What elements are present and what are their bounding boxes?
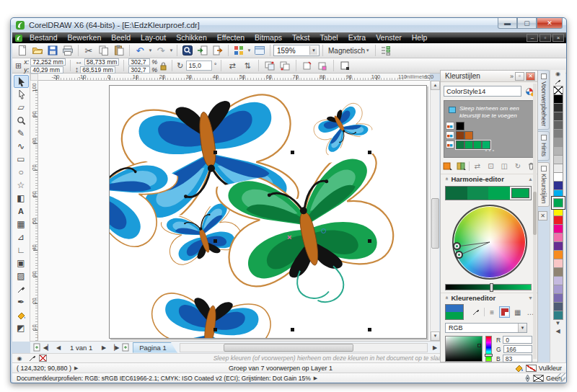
- rectangle-tool[interactable]: ▭: [14, 153, 29, 166]
- paste-button[interactable]: [112, 44, 126, 57]
- object-y-input[interactable]: 40,29 mm: [30, 66, 63, 74]
- polygon-tool[interactable]: ☆: [14, 179, 29, 192]
- pick-tool[interactable]: [14, 75, 29, 88]
- trim-button[interactable]: [301, 60, 314, 72]
- color-harmony-wheel[interactable]: [452, 205, 527, 280]
- convert-to-curves-button[interactable]: [338, 60, 351, 72]
- open-button[interactable]: [30, 44, 45, 57]
- page-tab[interactable]: Pagina 1: [133, 342, 177, 353]
- hue-strip[interactable]: [485, 336, 492, 362]
- selection-handle[interactable]: [291, 151, 294, 154]
- docker-tabs-close-button[interactable]: ✕: [538, 211, 547, 220]
- color-style-swatch[interactable]: [464, 141, 473, 149]
- menu-beeld[interactable]: Beeld: [106, 32, 136, 43]
- smart-drawing-tool[interactable]: ∿: [14, 140, 29, 153]
- color-style-row[interactable]: [444, 121, 535, 130]
- scale-y-input[interactable]: 302,7: [128, 66, 150, 74]
- menu-schikken[interactable]: Schikken: [171, 32, 212, 43]
- style-name-input[interactable]: ColorStyle14: [444, 86, 521, 97]
- object-x-input[interactable]: 72,252 mm: [30, 58, 66, 66]
- scale-x-input[interactable]: 302,7: [128, 58, 150, 66]
- editor-eyedropper-button[interactable]: [471, 306, 482, 318]
- palette-swatch[interactable]: [553, 311, 563, 320]
- export-button[interactable]: [211, 44, 225, 57]
- doc-palette-flyout-button[interactable]: ◉: [14, 353, 25, 363]
- outline-color-swatch[interactable]: [533, 375, 544, 382]
- outline-pen-tool[interactable]: ✒: [14, 295, 29, 308]
- import-button[interactable]: [195, 44, 210, 57]
- color-style-swatch[interactable]: [456, 122, 464, 130]
- new-document-button[interactable]: [15, 44, 30, 57]
- fill-color-swatch[interactable]: [526, 365, 537, 372]
- crop-tool[interactable]: ▱: [14, 101, 29, 114]
- menu-help[interactable]: Help: [407, 32, 433, 43]
- basic-shapes-tool[interactable]: ◧: [14, 192, 29, 205]
- ruler-origin-button[interactable]: [30, 74, 38, 81]
- new-harmony-button[interactable]: [456, 161, 468, 172]
- channel-value-input[interactable]: 166: [503, 345, 532, 353]
- next-page-button[interactable]: ▶: [99, 342, 109, 352]
- chevron-down-icon[interactable]: ▼: [309, 46, 317, 55]
- doc-palette-no-color-swatch[interactable]: [39, 355, 47, 362]
- close-button[interactable]: ✕: [537, 18, 563, 29]
- color-model-select[interactable]: RGB ▼: [445, 323, 527, 333]
- palette-scroll-down-button[interactable]: ▼: [553, 320, 563, 328]
- selection-handle[interactable]: [213, 328, 217, 331]
- color-sliders-button[interactable]: ≡: [487, 306, 498, 318]
- redo-button-dropdown[interactable]: ▼: [169, 44, 174, 57]
- color-viewers-button[interactable]: [499, 306, 510, 318]
- menu-extra[interactable]: Extra: [343, 32, 371, 43]
- blend-tool[interactable]: ▣: [14, 257, 29, 270]
- vertical-scroll-thumb[interactable]: [431, 198, 439, 249]
- butterfly-blue-small[interactable]: [301, 88, 376, 158]
- palette-pin-button[interactable]: ◉: [553, 71, 563, 79]
- harmony-color-segment[interactable]: [510, 187, 532, 200]
- saturation-brightness-square[interactable]: [445, 336, 483, 362]
- object-width-input[interactable]: 58,733 mm: [84, 58, 120, 66]
- interactive-fill-tool[interactable]: ◩: [14, 321, 29, 334]
- mirror-horizontal-button[interactable]: ⇄: [226, 60, 239, 72]
- selection-handle[interactable]: [368, 328, 371, 331]
- docker-tab-hints[interactable]: Hints: [538, 131, 550, 160]
- menu-layout[interactable]: Lay-out: [136, 32, 171, 43]
- snap-to-select[interactable]: Magnetisch▼: [326, 44, 372, 57]
- channel-value-input[interactable]: 83: [503, 355, 532, 362]
- maximize-button[interactable]: ▢: [517, 18, 537, 29]
- harmony-gradient-bar[interactable]: [445, 186, 532, 200]
- menu-bewerken[interactable]: Bewerken: [63, 32, 107, 43]
- menu-tabel[interactable]: Tabel: [315, 32, 343, 43]
- style-drop-area[interactable]: Sleep hierheen om een kleurstijl toe te …: [444, 100, 536, 158]
- harmony-color-segment[interactable]: [467, 187, 489, 200]
- channel-value-input[interactable]: 0: [503, 336, 532, 344]
- drawing-canvas[interactable]: ×: [38, 81, 430, 341]
- menu-bitmaps[interactable]: Bitmaps: [250, 32, 287, 43]
- mirror-vertical-button[interactable]: ⇅: [241, 60, 254, 72]
- add-page-before-button[interactable]: [32, 342, 42, 352]
- first-page-button[interactable]: ◀▏: [43, 342, 53, 352]
- docker-close-button[interactable]: ✕: [526, 72, 535, 81]
- vertical-scrollbar[interactable]: ▲ ▼: [430, 81, 439, 341]
- intersect-button[interactable]: [316, 60, 329, 72]
- docker-tab-voorwerpbeheer[interactable]: Voorwerpbeheer: [538, 70, 550, 130]
- table-tool[interactable]: ▦: [14, 218, 29, 231]
- horizontal-ruler[interactable]: millimeter -20-1001020304050607080901001…: [38, 74, 430, 81]
- palette-swatch[interactable]: [553, 198, 563, 208]
- sort-styles-button[interactable]: ↻: [512, 161, 524, 172]
- color-palettes-button[interactable]: ▦: [512, 306, 523, 318]
- welcome-screen-button[interactable]: [252, 44, 267, 57]
- new-color-style-button[interactable]: [442, 161, 454, 172]
- color-eyedropper-tool[interactable]: [14, 282, 29, 295]
- title-bar[interactable]: CorelDRAW X6 (64-bits) - [E:\EdzKleurpro…: [11, 18, 566, 32]
- selection-center-mark[interactable]: ×: [287, 234, 291, 240]
- docker-tab-kleurstijlen[interactable]: Kleurstijlen: [538, 162, 550, 208]
- color-style-swatch[interactable]: [464, 131, 473, 140]
- harmony-wheel-handle[interactable]: [453, 242, 461, 250]
- print-button[interactable]: [61, 44, 75, 57]
- selection-handle[interactable]: [368, 151, 371, 154]
- harmony-brightness-slider[interactable]: [445, 284, 532, 290]
- hue-strip-thumb[interactable]: [485, 354, 493, 357]
- minimize-button[interactable]: ▬: [498, 18, 517, 29]
- selection-handle[interactable]: [213, 239, 217, 243]
- weld-button[interactable]: [278, 60, 291, 72]
- resize-grip[interactable]: [557, 373, 565, 382]
